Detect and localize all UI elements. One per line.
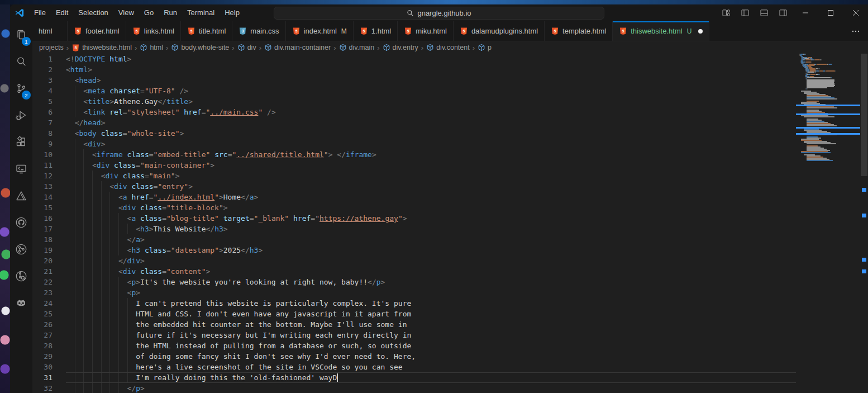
breadcrumb-item-div.main-container[interactable]: div.main-container: [264, 44, 331, 51]
customize-layout-icon[interactable]: [717, 4, 736, 21]
tab-template.html[interactable]: 5template.html: [545, 21, 613, 41]
activity-item-run-debug[interactable]: [10, 102, 32, 129]
code-line-16[interactable]: <a class="blog-title" target="_blank" hr…: [66, 213, 796, 224]
symbol-element-icon: [383, 44, 390, 51]
code-line-29[interactable]: of doing some fancy shit I don't see why…: [66, 351, 796, 362]
unsaved-dot-icon[interactable]: [698, 29, 703, 34]
minimap[interactable]: [796, 54, 860, 393]
breadcrumb-item-div.main[interactable]: div.main: [339, 44, 375, 51]
code-line-text: <!DOCTYPE html>: [66, 55, 131, 63]
activity-item-gitlens[interactable]: [10, 263, 32, 290]
code-line-30[interactable]: here's a live screenshot of the site in …: [66, 362, 796, 372]
line-number: 4: [32, 86, 53, 96]
code-line-20[interactable]: </div>: [66, 255, 796, 266]
svg-text:3: 3: [242, 29, 244, 33]
code-line-9[interactable]: <div>: [66, 139, 796, 149]
menu-file[interactable]: File: [29, 4, 51, 21]
menu-view[interactable]: View: [113, 4, 139, 21]
code-line-5[interactable]: <title>Athene.Gay</title>: [66, 96, 796, 107]
breadcrumb-item-div.entry[interactable]: div.entry: [383, 44, 418, 51]
tab-index.html[interactable]: 5index.htmlM: [286, 21, 354, 41]
code-line-2[interactable]: <html>: [66, 64, 796, 75]
command-center-search[interactable]: gnargle.github.io: [274, 7, 604, 20]
vertical-scrollbar[interactable]: [860, 54, 868, 393]
code-line-14[interactable]: <a href="../index.html">Home</a>: [66, 192, 796, 202]
breadcrumb-item-thiswebsite.html[interactable]: 5thiswebsite.html: [71, 44, 132, 52]
minimize-button[interactable]: [793, 4, 818, 21]
code-line-15[interactable]: <div class="title-block">: [66, 202, 796, 213]
maximize-button[interactable]: [818, 4, 843, 21]
menu-edit[interactable]: Edit: [51, 4, 73, 21]
toggle-primary-sidebar-icon[interactable]: [736, 4, 755, 21]
menu-help[interactable]: Help: [220, 4, 245, 21]
code-content[interactable]: <!DOCTYPE html><html> <head> <meta chars…: [66, 54, 796, 393]
code-line-12[interactable]: <div class="main">: [66, 171, 796, 181]
activity-item-remote-explorer[interactable]: [10, 155, 32, 182]
code-line-18[interactable]: </a>: [66, 234, 796, 245]
code-line-8[interactable]: <body class="whole-site">: [66, 128, 796, 139]
code-line-22[interactable]: <p>It's the website you're looking at ri…: [66, 277, 796, 287]
tab-links.html[interactable]: 5links.html: [126, 21, 181, 41]
split-editor-icon[interactable]: [830, 23, 846, 39]
indent-guide: [75, 202, 75, 213]
activity-item-triangle-extension[interactable]: [10, 182, 32, 209]
scrollbar-slider[interactable]: [861, 54, 867, 176]
code-line-6[interactable]: <link rel="stylesheet" href="../main.css…: [66, 107, 796, 117]
activity-item-source-control[interactable]: 2: [10, 75, 32, 102]
menu-terminal[interactable]: Terminal: [182, 4, 220, 21]
code-editor[interactable]: 1234567891011121314151617181920212223242…: [32, 54, 868, 393]
code-line-19[interactable]: <h3 class="datestamp">2025</h3>: [66, 245, 796, 255]
code-line-25[interactable]: HTML and CSS. I don't even have any java…: [66, 309, 796, 319]
menu-run[interactable]: Run: [159, 4, 182, 21]
code-line-31[interactable]: I'm really doing this the 'old-fashioned…: [66, 372, 796, 383]
code-line-21[interactable]: <div class="content">: [66, 266, 796, 277]
tab-miku.html[interactable]: 5miku.html: [398, 21, 454, 41]
code-line-32[interactable]: </p>: [66, 383, 796, 393]
breadcrumb-item-html[interactable]: html: [140, 44, 163, 51]
menu-selection[interactable]: Selection: [73, 4, 113, 21]
code-line-7[interactable]: </head>: [66, 117, 796, 128]
code-line-28[interactable]: the HTML instead of pulling from a datab…: [66, 340, 796, 351]
toggle-panel-icon[interactable]: [755, 4, 774, 21]
code-line-17[interactable]: <h3>This Website</h3>: [66, 224, 796, 234]
tab-dalamudplugins.html[interactable]: 5dalamudplugins.html: [454, 21, 545, 41]
code-line-24[interactable]: I can't pretend this website is particul…: [66, 298, 796, 309]
code-line-11[interactable]: <div class="main-container">: [66, 160, 796, 171]
code-line-text: </p>: [66, 384, 145, 392]
code-line-1[interactable]: <!DOCTYPE html>: [66, 54, 796, 64]
indent-guide: [75, 277, 75, 287]
open-changes-icon[interactable]: [812, 23, 828, 39]
activity-item-git-graph[interactable]: [10, 236, 32, 263]
breadcrumb-item-div.content[interactable]: div.content: [426, 44, 470, 51]
code-line-26[interactable]: the embedded hit counter at the bottom. …: [66, 319, 796, 330]
activity-item-godot-tools[interactable]: [10, 290, 32, 316]
menu-go[interactable]: Go: [139, 4, 159, 21]
activity-item-search[interactable]: [10, 48, 32, 75]
code-line-27[interactable]: future if it's necessary but I'm writing…: [66, 330, 796, 340]
line-number-gutter: 1234567891011121314151617181920212223242…: [32, 54, 66, 393]
breadcrumb-item-p[interactable]: p: [478, 44, 492, 51]
breadcrumb-item-div[interactable]: div: [237, 44, 256, 51]
activity-item-github[interactable]: [10, 209, 32, 236]
tab-title.html[interactable]: 5title.html: [181, 21, 232, 41]
indent-guide: [75, 96, 75, 107]
tab-thiswebsite.html[interactable]: 5thiswebsite.htmlU: [613, 21, 709, 41]
breadcrumb[interactable]: projects›5thiswebsite.html›html›body.who…: [32, 41, 868, 54]
code-line-10[interactable]: <iframe class="embed-title" src="../shar…: [66, 149, 796, 160]
code-line-23[interactable]: <p>: [66, 287, 796, 298]
line-number: 24: [32, 298, 53, 309]
activity-item-extensions[interactable]: [10, 129, 32, 155]
tab-1.html[interactable]: 51.html: [354, 21, 398, 41]
breadcrumb-item-body.whole-site[interactable]: body.whole-site: [171, 44, 229, 51]
tab-footer.html[interactable]: 5footer.html: [68, 21, 126, 41]
toggle-secondary-sidebar-icon[interactable]: [774, 4, 793, 21]
code-line-4[interactable]: <meta charset="UTF-8" />: [66, 86, 796, 96]
code-line-3[interactable]: <head>: [66, 75, 796, 86]
breadcrumb-item-projects[interactable]: projects: [39, 44, 64, 51]
tab-html[interactable]: html: [32, 21, 68, 41]
more-actions-icon[interactable]: [848, 23, 864, 39]
code-line-13[interactable]: <div class="entry">: [66, 181, 796, 192]
activity-item-explorer[interactable]: 1: [10, 21, 32, 48]
tab-main.css[interactable]: 3main.css: [232, 21, 285, 41]
close-button[interactable]: [843, 4, 868, 21]
